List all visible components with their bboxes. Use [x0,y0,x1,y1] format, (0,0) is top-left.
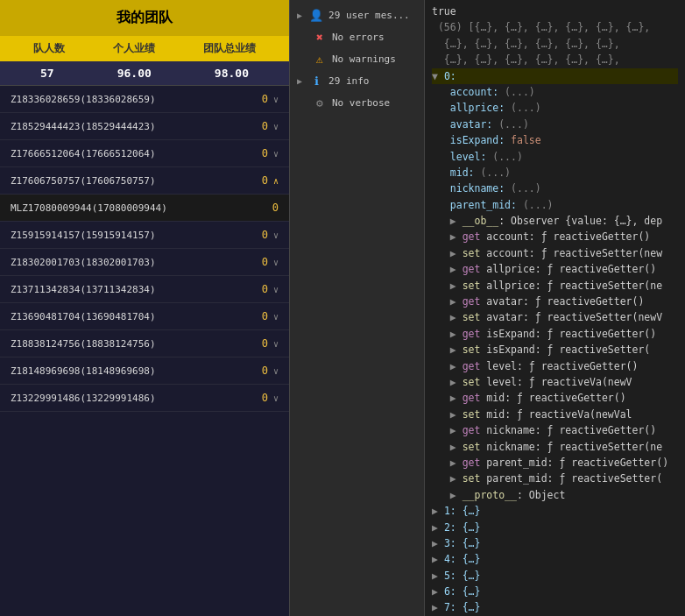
index-row: ▶ 3: {…} [432,535,678,551]
member-right: 0 ∨ [251,283,279,295]
chevron-down-icon: ∨ [273,339,279,349]
log-item-verbose[interactable]: ⚙ No verbose [290,92,424,114]
right-content: ▼ 0: account: (...) allprice: (...) avat… [432,68,678,616]
chevron-down-icon: ∨ [273,366,279,376]
stat-value-members: 57 [40,67,54,80]
member-name: Z13229991486(13229991486) [11,393,156,404]
member-name: Z18302001703(18302001703) [11,257,156,268]
index-row: ▶ 1: {…} [432,503,678,519]
log-item-error[interactable]: ✖ No errors [290,26,424,48]
member-item[interactable]: MLZ17080009944(17080009944) 0 [0,195,289,222]
proto-row: ▶ __proto__: Object [432,487,678,503]
stats-values-row: 57 96.00 98.00 [0,61,289,86]
getter-setter-row: ▶ get account: ƒ reactiveGetter() [432,229,678,244]
prop-row: allprice: (...) [432,100,678,116]
member-name: Z18529444423(18529444423) [11,121,156,132]
member-score: 0 [261,202,279,214]
chevron-down-icon: ∨ [273,95,279,104]
member-name: Z13690481704(13690481704) [11,311,156,322]
expand-arrow-icon: ▶ [297,76,302,86]
member-score: 0 [251,120,268,132]
log-label: No warnings [332,53,396,65]
getter-setter-row: ▶ get mid: ƒ reactiveGetter() [432,390,678,406]
error-icon: ✖ [313,31,327,44]
stat-label-members: 队人数 [33,41,65,56]
stats-labels-row: 队人数 个人业绩 团队总业绩 [0,36,289,61]
user-icon: 👤 [309,9,323,22]
getter-setter-row: ▶ get level: ƒ reactiveGetter() [432,358,678,374]
member-name: Z17666512064(17666512064) [11,148,156,159]
chevron-down-icon: ∨ [273,393,279,403]
member-item[interactable]: Z13711342834(13711342834) 0 ∨ [0,276,289,303]
log-label: No errors [332,32,385,43]
chevron-down-icon: ∨ [273,149,279,159]
member-right: 0 ∨ [251,365,279,377]
member-right: 0 ∧ [251,174,279,187]
prop-row: level: (...) [432,149,678,165]
member-item[interactable]: Z17666512064(17666512064) 0 ∨ [0,140,289,167]
log-label: No verbose [332,97,390,109]
getter-setter-row: ▶ get nickname: ƒ reactiveGetter() [432,422,678,438]
member-name: Z18838124756(18838124756) [11,338,156,350]
member-right: 0 ∨ [251,93,279,105]
member-right: 0 ∨ [251,229,279,241]
chevron-up-icon: ∧ [273,176,279,186]
chevron-down-icon: ∨ [273,312,279,322]
middle-panel: ▶ 👤 29 user mes... ✖ No errors ⚠ No warn… [289,0,425,616]
member-item[interactable]: Z18529444423(18529444423) 0 ∨ [0,113,289,140]
index-row: ▶ 5: {…} [432,568,678,584]
member-item[interactable]: Z18148969698(18148969698) 0 ∨ [0,358,289,385]
prop-row: parent_mid: (...) [432,197,678,213]
warning-icon: ⚠ [313,53,327,66]
member-item[interactable]: Z18336028659(18336028659) 0 ∨ [0,86,289,113]
member-name: Z15915914157(15915914157) [11,230,156,241]
right-panel: true (56) [{…}, {…}, {…}, {…}, {…}, {…},… [425,0,685,616]
chevron-down-icon: ∨ [273,230,279,240]
array-info: (56) [{…}, {…}, {…}, {…}, {…}, {…}, [432,19,678,35]
info-icon: ℹ [309,74,323,88]
member-right: 0 ∨ [251,256,279,268]
member-right: 0 ∨ [251,337,279,350]
member-right: 0 ∨ [251,120,279,132]
member-score: 0 [251,283,268,295]
member-score: 0 [251,229,268,241]
prop-row: isExpand: false [432,132,678,148]
log-item-info[interactable]: ▶ ℹ 29 info [290,70,424,92]
log-item-user[interactable]: ▶ 👤 29 user mes... [290,4,424,26]
stat-label-personal: 个人业绩 [113,41,155,56]
index-row: ▶ 7: {…} [432,599,678,615]
observer-row: ▶ __ob__: Observer {value: {…}, dep [432,213,678,229]
prop-row: account: (...) [432,84,678,100]
member-item[interactable]: Z18302001703(18302001703) 0 ∨ [0,249,289,276]
index-row: ▶ 6: {…} [432,584,678,599]
index-row: ▶ 2: {…} [432,520,678,535]
getter-setter-row: ▶ set parent_mid: ƒ reactiveSetter( [432,471,678,486]
member-right: 0 ∨ [251,392,279,404]
stat-value-team: 98.00 [215,67,249,80]
prop-row: mid: (...) [432,165,678,181]
chevron-down-icon: ∨ [273,122,279,131]
prop-row: nickname: (...) [432,181,678,196]
member-score: 0 [251,337,268,350]
array-row2: {…}, {…}, {…}, {…}, {…}, {…}, [432,36,678,52]
zero-index-row: ▼ 0: [432,68,678,84]
member-score: 0 [251,310,268,322]
top-value: true [432,4,678,19]
member-name: Z17606750757(17606750757) [11,175,156,187]
member-item[interactable]: Z15915914157(15915914157) 0 ∨ [0,222,289,249]
verbose-icon: ⚙ [313,96,327,110]
member-item[interactable]: Z18838124756(18838124756) 0 ∨ [0,330,289,358]
member-item[interactable]: Z13690481704(13690481704) 0 ∨ [0,303,289,330]
member-score: 0 [251,147,268,159]
getter-setter-row: ▶ set allprice: ƒ reactiveSetter(ne [432,278,678,294]
getter-setter-row: ▶ set avatar: ƒ reactiveSetter(newV [432,309,678,325]
log-item-warning[interactable]: ⚠ No warnings [290,48,424,70]
team-title: 我的团队 [0,0,289,36]
member-item[interactable]: Z13229991486(13229991486) 0 ∨ [0,385,289,412]
getter-setter-row: ▶ get isExpand: ƒ reactiveGetter() [432,326,678,342]
expand-arrow-icon: ▶ [297,11,302,20]
stat-value-personal: 96.00 [117,67,152,80]
member-item[interactable]: Z17606750757(17606750757) 0 ∧ [0,167,289,195]
member-right: 0 ∨ [251,310,279,322]
prop-row: avatar: (...) [432,117,678,132]
